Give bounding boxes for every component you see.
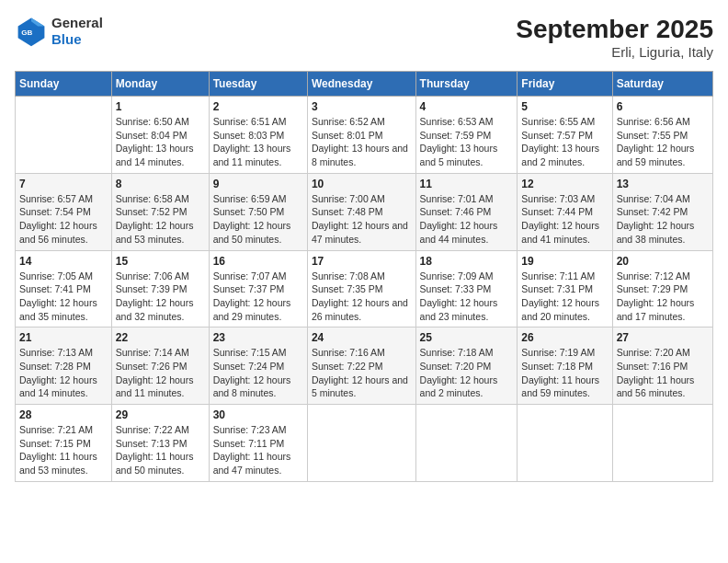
calendar-cell: 2Sunrise: 6:51 AMSunset: 8:03 PMDaylight… xyxy=(209,97,307,174)
week-row-0: 1Sunrise: 6:50 AMSunset: 8:04 PMDaylight… xyxy=(16,97,713,174)
calendar-cell: 11Sunrise: 7:01 AMSunset: 7:46 PMDayligh… xyxy=(415,173,518,250)
calendar-cell xyxy=(307,405,415,482)
calendar-cell: 7Sunrise: 6:57 AMSunset: 7:54 PMDaylight… xyxy=(16,173,112,250)
calendar-cell: 5Sunrise: 6:55 AMSunset: 7:57 PMDaylight… xyxy=(518,97,612,174)
calendar-cell: 16Sunrise: 7:07 AMSunset: 7:37 PMDayligh… xyxy=(209,250,307,327)
day-number: 25 xyxy=(420,331,514,344)
day-number: 26 xyxy=(521,331,608,344)
day-info: Sunrise: 7:04 AMSunset: 7:42 PMDaylight:… xyxy=(617,192,709,247)
day-number: 3 xyxy=(312,100,412,113)
logo-icon: GB xyxy=(15,15,48,48)
calendar-cell: 14Sunrise: 7:05 AMSunset: 7:41 PMDayligh… xyxy=(16,250,112,327)
day-info: Sunrise: 7:22 AMSunset: 7:13 PMDaylight:… xyxy=(116,423,205,477)
day-info: Sunrise: 7:09 AMSunset: 7:33 PMDaylight:… xyxy=(420,270,514,324)
day-number: 17 xyxy=(312,255,412,268)
day-number: 2 xyxy=(213,100,303,113)
day-number: 14 xyxy=(19,255,108,268)
header-thursday: Thursday xyxy=(415,72,518,97)
calendar-cell: 23Sunrise: 7:15 AMSunset: 7:24 PMDayligh… xyxy=(209,327,307,405)
calendar-cell: 1Sunrise: 6:50 AMSunset: 8:04 PMDaylight… xyxy=(111,97,209,174)
day-number: 29 xyxy=(116,408,205,421)
calendar-table: SundayMondayTuesdayWednesdayThursdayFrid… xyxy=(15,71,713,482)
day-info: Sunrise: 7:23 AMSunset: 7:11 PMDaylight:… xyxy=(213,423,303,477)
calendar-cell: 13Sunrise: 7:04 AMSunset: 7:42 PMDayligh… xyxy=(612,173,712,250)
day-number: 4 xyxy=(420,100,514,113)
calendar-cell xyxy=(612,405,712,482)
day-info: Sunrise: 6:53 AMSunset: 7:59 PMDaylight:… xyxy=(420,115,514,169)
day-info: Sunrise: 6:52 AMSunset: 8:01 PMDaylight:… xyxy=(312,115,412,169)
day-info: Sunrise: 7:03 AMSunset: 7:44 PMDaylight:… xyxy=(521,192,608,247)
day-number: 5 xyxy=(521,100,608,113)
day-info: Sunrise: 7:06 AMSunset: 7:39 PMDaylight:… xyxy=(116,270,205,324)
day-number: 11 xyxy=(420,178,514,190)
calendar-cell: 24Sunrise: 7:16 AMSunset: 7:22 PMDayligh… xyxy=(307,327,415,405)
day-number: 27 xyxy=(617,331,709,344)
day-info: Sunrise: 7:19 AMSunset: 7:18 PMDaylight:… xyxy=(521,346,608,400)
day-number: 28 xyxy=(19,408,108,421)
calendar-cell xyxy=(16,97,112,174)
day-number: 20 xyxy=(617,255,709,268)
header-row: SundayMondayTuesdayWednesdayThursdayFrid… xyxy=(16,72,713,97)
day-number: 18 xyxy=(420,255,514,268)
day-info: Sunrise: 6:57 AMSunset: 7:54 PMDaylight:… xyxy=(19,192,108,247)
week-row-3: 21Sunrise: 7:13 AMSunset: 7:28 PMDayligh… xyxy=(16,327,713,405)
calendar-cell: 3Sunrise: 6:52 AMSunset: 8:01 PMDaylight… xyxy=(307,97,415,174)
header-monday: Monday xyxy=(111,72,209,97)
calendar-cell: 9Sunrise: 6:59 AMSunset: 7:50 PMDaylight… xyxy=(209,173,307,250)
day-info: Sunrise: 6:50 AMSunset: 8:04 PMDaylight:… xyxy=(116,115,205,169)
day-number: 23 xyxy=(213,331,303,344)
page-header: GB General Blue September 2025 Erli, Lig… xyxy=(15,15,713,60)
calendar-cell: 29Sunrise: 7:22 AMSunset: 7:13 PMDayligh… xyxy=(111,405,209,482)
title-block: September 2025 Erli, Liguria, Italy xyxy=(516,15,713,60)
day-info: Sunrise: 7:13 AMSunset: 7:28 PMDaylight:… xyxy=(19,346,108,400)
week-row-1: 7Sunrise: 6:57 AMSunset: 7:54 PMDaylight… xyxy=(16,173,713,250)
day-number: 19 xyxy=(521,255,608,268)
day-info: Sunrise: 7:18 AMSunset: 7:20 PMDaylight:… xyxy=(420,346,514,400)
day-info: Sunrise: 6:56 AMSunset: 7:55 PMDaylight:… xyxy=(617,115,709,169)
header-sunday: Sunday xyxy=(16,72,112,97)
day-info: Sunrise: 7:00 AMSunset: 7:48 PMDaylight:… xyxy=(312,192,412,247)
calendar-cell: 20Sunrise: 7:12 AMSunset: 7:29 PMDayligh… xyxy=(612,250,712,327)
calendar-cell: 27Sunrise: 7:20 AMSunset: 7:16 PMDayligh… xyxy=(612,327,712,405)
calendar-cell xyxy=(518,405,612,482)
day-number: 13 xyxy=(617,178,709,190)
day-info: Sunrise: 7:11 AMSunset: 7:31 PMDaylight:… xyxy=(521,270,608,324)
header-wednesday: Wednesday xyxy=(307,72,415,97)
calendar-cell: 25Sunrise: 7:18 AMSunset: 7:20 PMDayligh… xyxy=(415,327,518,405)
page-subtitle: Erli, Liguria, Italy xyxy=(516,44,713,60)
day-number: 7 xyxy=(19,178,108,190)
calendar-cell: 21Sunrise: 7:13 AMSunset: 7:28 PMDayligh… xyxy=(16,327,112,405)
calendar-cell: 19Sunrise: 7:11 AMSunset: 7:31 PMDayligh… xyxy=(518,250,612,327)
day-info: Sunrise: 7:14 AMSunset: 7:26 PMDaylight:… xyxy=(116,346,205,400)
day-number: 12 xyxy=(521,178,608,190)
calendar-cell: 26Sunrise: 7:19 AMSunset: 7:18 PMDayligh… xyxy=(518,327,612,405)
calendar-cell: 17Sunrise: 7:08 AMSunset: 7:35 PMDayligh… xyxy=(307,250,415,327)
day-info: Sunrise: 6:51 AMSunset: 8:03 PMDaylight:… xyxy=(213,115,303,169)
calendar-cell: 12Sunrise: 7:03 AMSunset: 7:44 PMDayligh… xyxy=(518,173,612,250)
day-info: Sunrise: 7:08 AMSunset: 7:35 PMDaylight:… xyxy=(312,270,412,324)
day-number: 10 xyxy=(312,178,412,190)
calendar-cell xyxy=(415,405,518,482)
calendar-cell: 15Sunrise: 7:06 AMSunset: 7:39 PMDayligh… xyxy=(111,250,209,327)
day-info: Sunrise: 6:58 AMSunset: 7:52 PMDaylight:… xyxy=(116,192,205,247)
calendar-cell: 10Sunrise: 7:00 AMSunset: 7:48 PMDayligh… xyxy=(307,173,415,250)
day-info: Sunrise: 7:20 AMSunset: 7:16 PMDaylight:… xyxy=(617,346,709,400)
day-number: 21 xyxy=(19,331,108,344)
day-number: 15 xyxy=(116,255,205,268)
day-info: Sunrise: 7:15 AMSunset: 7:24 PMDaylight:… xyxy=(213,346,303,400)
day-number: 30 xyxy=(213,408,303,421)
week-row-4: 28Sunrise: 7:21 AMSunset: 7:15 PMDayligh… xyxy=(16,405,713,482)
day-number: 6 xyxy=(617,100,709,113)
calendar-cell: 22Sunrise: 7:14 AMSunset: 7:26 PMDayligh… xyxy=(111,327,209,405)
day-info: Sunrise: 7:07 AMSunset: 7:37 PMDaylight:… xyxy=(213,270,303,324)
header-friday: Friday xyxy=(518,72,612,97)
header-saturday: Saturday xyxy=(612,72,712,97)
calendar-cell: 28Sunrise: 7:21 AMSunset: 7:15 PMDayligh… xyxy=(16,405,112,482)
week-row-2: 14Sunrise: 7:05 AMSunset: 7:41 PMDayligh… xyxy=(16,250,713,327)
day-info: Sunrise: 7:05 AMSunset: 7:41 PMDaylight:… xyxy=(19,270,108,324)
calendar-cell: 8Sunrise: 6:58 AMSunset: 7:52 PMDaylight… xyxy=(111,173,209,250)
header-tuesday: Tuesday xyxy=(209,72,307,97)
day-number: 9 xyxy=(213,178,303,190)
day-info: Sunrise: 7:12 AMSunset: 7:29 PMDaylight:… xyxy=(617,270,709,324)
day-info: Sunrise: 6:59 AMSunset: 7:50 PMDaylight:… xyxy=(213,192,303,247)
